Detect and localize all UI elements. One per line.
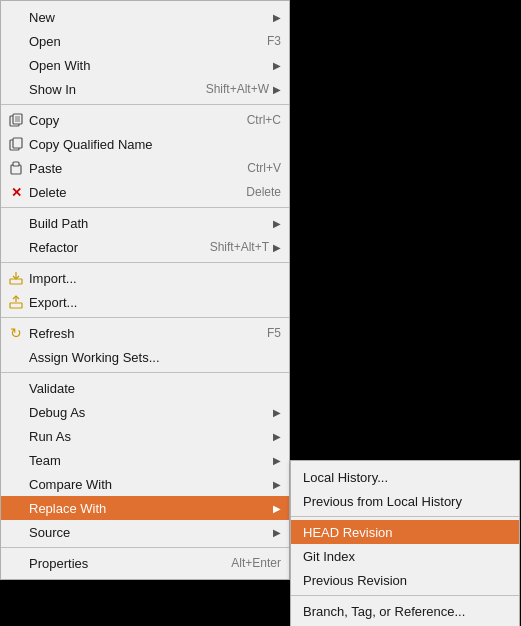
menu-item-delete[interactable]: ✕ Delete Delete — [1, 180, 289, 204]
menu-item-refactor[interactable]: Refactor Shift+Alt+T ▶ — [1, 235, 289, 259]
refresh-icon: ↻ — [7, 324, 25, 342]
menu-item-source[interactable]: Source ▶ — [1, 520, 289, 544]
menu-item-new[interactable]: New ▶ — [1, 5, 289, 29]
submenu-item-previous-revision[interactable]: Previous Revision — [291, 568, 519, 592]
separator-6 — [1, 547, 289, 548]
main-context-menu: New ▶ Open F3 Open With ▶ Show In Shift+… — [0, 0, 290, 580]
copy-icon — [7, 111, 25, 129]
delete-icon: ✕ — [7, 183, 25, 201]
menu-item-build-path[interactable]: Build Path ▶ — [1, 211, 289, 235]
menu-item-assign-working-sets[interactable]: Assign Working Sets... — [1, 345, 289, 369]
svg-rect-6 — [13, 138, 22, 148]
menu-item-debug-as[interactable]: Debug As ▶ — [1, 400, 289, 424]
separator-4 — [1, 317, 289, 318]
copy-qualified-icon — [7, 135, 25, 153]
menu-item-compare-with[interactable]: Compare With ▶ — [1, 472, 289, 496]
paste-icon — [7, 159, 25, 177]
export-icon — [7, 293, 25, 311]
menu-item-replace-with[interactable]: Replace With ▶ — [1, 496, 289, 520]
import-icon — [7, 269, 25, 287]
submenu-separator-1 — [291, 516, 519, 517]
menu-item-open-with[interactable]: Open With ▶ — [1, 53, 289, 77]
svg-rect-11 — [10, 303, 22, 308]
menu-item-team[interactable]: Team ▶ — [1, 448, 289, 472]
submenu-item-git-index[interactable]: Git Index — [291, 544, 519, 568]
separator-2 — [1, 207, 289, 208]
menu-item-validate[interactable]: Validate — [1, 376, 289, 400]
replace-with-submenu: Local History... Previous from Local His… — [290, 460, 520, 626]
svg-rect-8 — [13, 162, 19, 166]
separator-3 — [1, 262, 289, 263]
menu-item-refresh[interactable]: ↻ Refresh F5 — [1, 321, 289, 345]
menu-item-copy[interactable]: Copy Ctrl+C — [1, 108, 289, 132]
menu-item-show-in[interactable]: Show In Shift+Alt+W ▶ — [1, 77, 289, 101]
separator-5 — [1, 372, 289, 373]
submenu-separator-2 — [291, 595, 519, 596]
menu-item-import[interactable]: Import... — [1, 266, 289, 290]
separator-1 — [1, 104, 289, 105]
menu-item-properties[interactable]: Properties Alt+Enter — [1, 551, 289, 575]
submenu-item-branch-tag[interactable]: Branch, Tag, or Reference... — [291, 599, 519, 623]
menu-item-paste[interactable]: Paste Ctrl+V — [1, 156, 289, 180]
menu-item-export[interactable]: Export... — [1, 290, 289, 314]
submenu-item-previous-from-local[interactable]: Previous from Local History — [291, 489, 519, 513]
menu-item-run-as[interactable]: Run As ▶ — [1, 424, 289, 448]
menu-item-open[interactable]: Open F3 — [1, 29, 289, 53]
submenu-item-local-history[interactable]: Local History... — [291, 465, 519, 489]
submenu-item-head-revision[interactable]: HEAD Revision — [291, 520, 519, 544]
menu-item-copy-qualified[interactable]: Copy Qualified Name — [1, 132, 289, 156]
